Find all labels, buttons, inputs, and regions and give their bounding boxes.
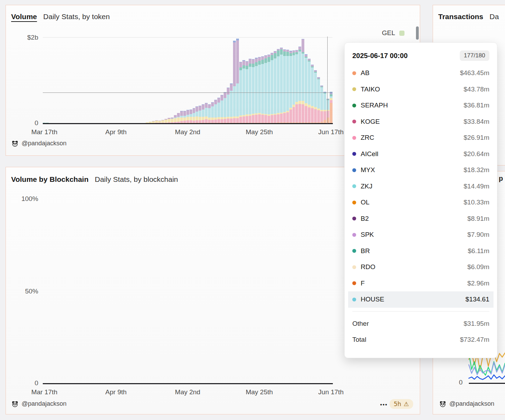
bottom-right-attribution[interactable]: @pandajackson xyxy=(440,400,494,407)
tooltip-divider xyxy=(352,311,489,312)
stacked-bar xyxy=(280,48,283,123)
tooltip-row-label: RDO xyxy=(361,263,375,271)
tooltip-row: TAIKO$43.78m xyxy=(352,81,489,98)
mini-chart-x-axis xyxy=(469,383,505,384)
tooltip-row-value: $134.61 xyxy=(465,296,489,303)
transactions-panel-subtitle: Da xyxy=(490,13,499,21)
volume-attribution[interactable]: @pandajackson xyxy=(12,140,66,147)
tooltip-row-value: $10.33m xyxy=(464,199,489,206)
stacked-bar xyxy=(252,59,255,123)
stacked-bar xyxy=(205,103,208,123)
volume-x-axis xyxy=(43,123,333,124)
chart-tooltip: 2025-06-17 00:00 177/180 AB$463.45mTAIKO… xyxy=(344,42,497,358)
stacked-bar xyxy=(168,118,170,123)
stacked-bar xyxy=(171,118,174,123)
tooltip-row-label: B2 xyxy=(361,215,369,223)
panel-menu-button[interactable]: ••• xyxy=(380,402,388,407)
volume-crosshair-vertical xyxy=(327,37,328,123)
series-dot-icon xyxy=(352,168,356,172)
stacked-bar xyxy=(190,110,192,123)
stacked-bar xyxy=(283,49,286,123)
data-age-badge[interactable]: 5h ⚠ xyxy=(390,399,413,409)
blockchain-attribution-handle: @pandajackson xyxy=(22,400,66,407)
tooltip-other-label: Other xyxy=(352,320,369,328)
volume-legend-label: GEL xyxy=(382,29,395,37)
tooltip-row-value: $20.64m xyxy=(464,150,489,158)
stacked-bar xyxy=(314,70,317,123)
stacked-bar xyxy=(292,50,295,123)
mini-chart-y-zero-label: 0 xyxy=(449,379,463,386)
series-dot-icon xyxy=(352,136,356,140)
mini-line-blue xyxy=(469,375,505,379)
tooltip-row-value: $6.11m xyxy=(468,247,489,255)
series-dot-icon xyxy=(352,87,356,91)
tooltip-row-value: $26.91m xyxy=(464,134,489,142)
volume-legend-item-gel[interactable]: GEL xyxy=(382,29,404,37)
x-axis-tick-label: Apr 9th xyxy=(93,128,138,136)
tooltip-row-label: HOUSE xyxy=(361,296,384,303)
stacked-bar xyxy=(224,92,226,123)
tooltip-row: BR$6.11m xyxy=(352,243,489,259)
tooltip-row: KOGE$33.84m xyxy=(352,114,489,130)
tooltip-row-label: ZKJ xyxy=(361,183,372,190)
volume-panel-subtitle: Daily Stats, by token xyxy=(43,13,110,21)
tooltip-row-label: BR xyxy=(361,247,370,255)
volume-panel-title[interactable]: Volume xyxy=(11,13,37,21)
stacked-bar xyxy=(311,65,314,123)
stacked-bar xyxy=(177,113,180,123)
blockchain-panel-title[interactable]: Volume by Blockchain xyxy=(11,175,89,183)
transactions-panel-title[interactable]: Transactions xyxy=(438,13,483,21)
stacked-bar xyxy=(214,100,217,123)
stacked-bar xyxy=(295,50,298,123)
stacked-bar xyxy=(277,49,280,123)
stacked-bar xyxy=(298,47,301,123)
panda-icon xyxy=(440,401,446,407)
x-axis-tick-label: May 2nd xyxy=(165,128,210,136)
tooltip-row-label: ZRC xyxy=(361,134,374,142)
tooltip-row: SPK$7.90m xyxy=(352,227,489,243)
blockchain-attribution[interactable]: @pandajackson xyxy=(12,400,66,407)
tooltip-total-value: $732.47m xyxy=(460,336,489,344)
blockchain-x-axis xyxy=(43,383,333,384)
tooltip-other-value: $31.95m xyxy=(464,320,489,328)
panda-icon xyxy=(12,140,18,147)
tooltip-row-label: TAIKO xyxy=(361,86,380,93)
x-axis-tick-label: May 25th xyxy=(237,388,282,396)
stacked-bar xyxy=(242,60,245,123)
tooltip-row-label: OL xyxy=(361,199,369,206)
stacked-bar xyxy=(180,111,183,123)
volume-legend-scrollbar[interactable] xyxy=(416,26,419,40)
stacked-bar xyxy=(236,39,239,123)
tooltip-row: ZKJ$14.49m xyxy=(352,178,489,195)
tooltip-row: MYX$18.32m xyxy=(352,162,489,178)
blockchain-panel-subtitle: Daily Stats, by blockchain xyxy=(95,175,178,183)
stacked-bar xyxy=(305,54,307,123)
stacked-bar xyxy=(323,92,326,123)
stacked-bar xyxy=(208,104,211,123)
tooltip-date: 2025-06-17 00:00 xyxy=(352,52,408,60)
stacked-bar xyxy=(193,108,195,123)
tooltip-row-value: $18.32m xyxy=(464,166,489,174)
tooltip-row-value: $43.78m xyxy=(464,86,489,93)
stacked-bar xyxy=(202,104,205,123)
stacked-bar xyxy=(258,57,261,123)
tooltip-row-value: $2.96m xyxy=(467,280,489,287)
stacked-bar xyxy=(308,59,311,123)
tooltip-row: AICell$20.64m xyxy=(352,146,489,162)
tooltip-count-badge: 177/180 xyxy=(460,50,489,61)
volume-attribution-handle: @pandajackson xyxy=(22,140,66,147)
x-axis-tick-label: May 25th xyxy=(237,128,282,136)
panda-icon xyxy=(12,401,18,407)
volume-crosshair-horizontal xyxy=(43,92,332,93)
tooltip-row-label: F xyxy=(361,280,365,287)
stacked-bar xyxy=(330,92,332,123)
tooltip-rows: AB$463.45mTAIKO$43.78mSERAPH$36.81mKOGE$… xyxy=(352,65,489,308)
stacked-bar xyxy=(195,106,198,123)
series-dot-icon xyxy=(352,71,356,75)
tooltip-row: B2$8.91m xyxy=(352,211,489,227)
volume-y-zero-label: 0 xyxy=(21,119,38,127)
tooltip-row-value: $7.90m xyxy=(467,231,489,239)
stacked-bar xyxy=(199,106,201,123)
stacked-bar xyxy=(286,50,289,123)
tooltip-row: ZRC$26.91m xyxy=(352,130,489,146)
